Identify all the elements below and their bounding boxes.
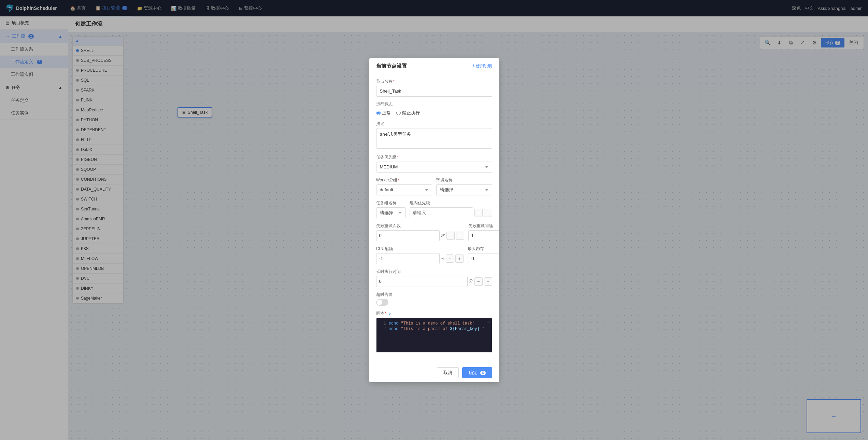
code-editor-inner: 1 echo "This is a demo of shell task" 2 … — [376, 318, 492, 352]
help-icon: ℹ — [473, 64, 475, 68]
run-flag-label: 运行标志 — [376, 101, 492, 107]
max-mem-label: 最大内存 — [468, 246, 499, 252]
delay-time-input[interactable] — [376, 276, 468, 287]
fail-retry-plus[interactable]: + — [456, 232, 464, 240]
script-editor[interactable]: 1 echo "This is a demo of shell task" 2 … — [376, 318, 492, 353]
env-name-label: 环境名称 — [436, 177, 492, 183]
env-name-field: 环境名称 请选择 — [436, 177, 492, 195]
task-group-select[interactable]: 请选择 — [376, 207, 405, 218]
run-flag-forbid[interactable]: 禁止执行 — [396, 110, 420, 116]
description-field: 描述 shell类型任务 — [376, 121, 492, 150]
group-priority-minus[interactable]: − — [474, 209, 483, 217]
confirm-badge: 6 — [480, 371, 486, 375]
cancel-button[interactable]: 取消 — [437, 367, 459, 378]
timeout-alert-field: 超时告警 — [376, 292, 492, 306]
priority-label: 任务优先级 * — [376, 154, 492, 160]
modal-header: 当前节点设置 ℹ 使用说明 — [369, 58, 499, 73]
group-priority-plus[interactable]: + — [484, 209, 492, 217]
modal-title: 当前节点设置 — [376, 63, 407, 69]
delay-time-label: 延时执行时间 — [376, 269, 492, 275]
delay-time-input-row: 分 − + — [376, 276, 492, 287]
code-line-2: 2 echo "this is a param of ${Param_key} … — [378, 326, 490, 332]
priority-field: 任务优先级 * MEDIUM HIGH LOW — [376, 154, 492, 173]
fail-retry-interval-label: 失败重试间隔 — [468, 223, 499, 229]
fail-retry-minus[interactable]: − — [446, 232, 455, 240]
group-priority-label: 组内优先级 — [410, 200, 492, 206]
modal-help-link[interactable]: ℹ 使用说明 — [473, 63, 492, 69]
modal-overlay: 当前节点设置 ℹ 使用说明 节点名称 * 运行标志 — [0, 0, 868, 440]
cpu-quota-minus[interactable]: − — [446, 255, 454, 263]
node-name-input[interactable] — [376, 86, 492, 97]
worker-env-row: Worker分组 * default 环境名称 请选择 — [376, 177, 492, 200]
cpu-quota-input[interactable] — [376, 253, 440, 264]
fail-retry-interval-input[interactable] — [468, 230, 499, 241]
delay-time-unit: 分 — [469, 278, 473, 284]
group-priority-field: 组内优先级 − + — [410, 200, 492, 218]
run-flag-normal[interactable]: 正常 — [376, 110, 391, 116]
cpu-quota-field: CPU配额 % − + — [376, 246, 464, 264]
fail-retry-input[interactable] — [376, 230, 440, 241]
code-scroll-icon[interactable]: ⤢ — [487, 319, 490, 325]
retry-row: 失败重试次数 次 − + 失败重试间隔 分 — [376, 223, 492, 246]
run-flag-field: 运行标志 正常 禁止执行 — [376, 101, 492, 116]
worker-group-label: Worker分组 * — [376, 177, 432, 183]
script-field: 脚本 * 5 1 echo "This is a demo of shell t… — [376, 311, 492, 353]
confirm-button[interactable]: 确定 6 — [462, 367, 492, 378]
cpu-quota-unit: % — [441, 256, 445, 261]
group-priority-input[interactable] — [410, 207, 473, 218]
worker-group-select[interactable]: default — [376, 184, 432, 195]
modal-body: 节点名称 * 运行标志 正常 禁止执行 — [369, 73, 499, 363]
modal-footer: 取消 确定 6 — [369, 363, 499, 382]
fail-retry-label: 失败重试次数 — [376, 223, 464, 229]
task-group-field: 任务组名称 请选择 — [376, 200, 405, 218]
max-mem-input[interactable] — [468, 253, 499, 264]
description-label: 描述 — [376, 121, 492, 127]
fail-retry-interval-field: 失败重试间隔 分 − + — [468, 223, 499, 241]
cpu-mem-row: CPU配额 % − + 最大内存 MB — [376, 246, 492, 269]
cpu-quota-plus[interactable]: + — [455, 255, 464, 263]
group-priority-input-row: − + — [410, 207, 492, 218]
max-mem-input-row: MB − + — [468, 253, 499, 264]
fail-retry-input-row: 次 − + — [376, 230, 464, 241]
fail-retry-unit: 次 — [441, 233, 445, 238]
node-name-field: 节点名称 * — [376, 79, 492, 97]
delay-time-field: 延时执行时间 分 − + — [376, 269, 492, 287]
worker-group-field: Worker分组 * default — [376, 177, 432, 195]
priority-select[interactable]: MEDIUM HIGH LOW — [376, 162, 492, 173]
required-mark: * — [393, 79, 395, 84]
cpu-quota-label: CPU配额 — [376, 246, 464, 252]
line-num-1: 1 — [381, 321, 386, 326]
description-input[interactable]: shell类型任务 — [376, 128, 492, 149]
node-settings-modal: 当前节点设置 ℹ 使用说明 节点名称 * 运行标志 — [369, 58, 499, 382]
task-group-label: 任务组名称 — [376, 200, 405, 206]
env-name-select[interactable]: 请选择 — [436, 184, 492, 195]
script-label: 脚本 * 5 — [376, 311, 492, 316]
max-mem-field: 最大内存 MB − + — [468, 246, 499, 264]
node-name-label: 节点名称 * — [376, 79, 492, 84]
delay-time-plus[interactable]: + — [484, 277, 492, 286]
code-line-1: 1 echo "This is a demo of shell task" — [378, 321, 490, 326]
cpu-quota-input-row: % − + — [376, 253, 464, 264]
script-badge: 5 — [388, 311, 390, 315]
fail-retry-interval-input-row: 分 − + — [468, 230, 499, 241]
run-flag-group: 正常 禁止执行 — [376, 109, 492, 116]
timeout-alert-toggle[interactable] — [376, 299, 388, 306]
fail-retry-field: 失败重试次数 次 − + — [376, 223, 464, 241]
delay-time-minus[interactable]: − — [474, 277, 483, 286]
timeout-alert-label: 超时告警 — [376, 292, 492, 298]
taskgroup-priority-row: 任务组名称 请选择 组内优先级 − + — [376, 200, 492, 223]
line-num-2: 2 — [381, 327, 386, 331]
